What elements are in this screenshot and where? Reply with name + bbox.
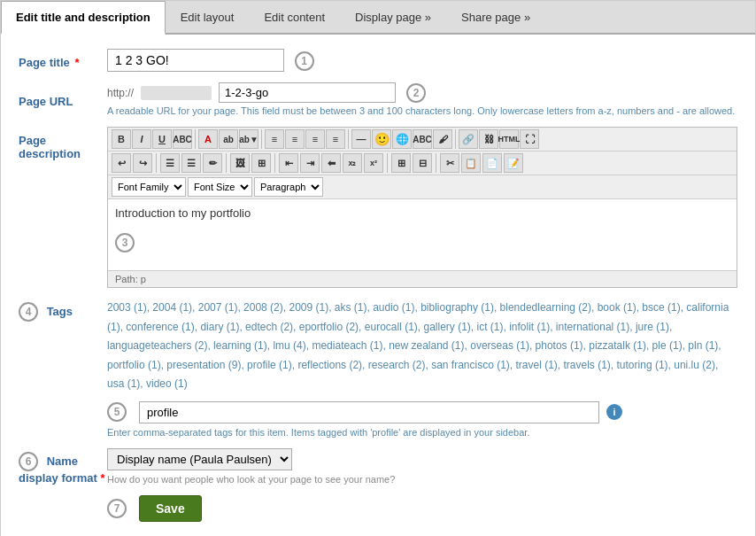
badge-tags-input: 5 bbox=[107, 402, 127, 422]
url-obscured-domain bbox=[141, 86, 212, 100]
rte-superscript[interactable]: x² bbox=[364, 153, 383, 173]
rte-edit[interactable]: ✏ bbox=[203, 153, 222, 173]
rte-indent-more[interactable]: ⇥ bbox=[300, 153, 320, 173]
tab-display-page[interactable]: Display page » bbox=[340, 1, 446, 33]
required-name: * bbox=[97, 471, 105, 485]
rte-strikethrough[interactable]: ABC bbox=[173, 129, 192, 149]
badge-title: 1 bbox=[295, 51, 314, 71]
rte-font-color[interactable]: A bbox=[198, 129, 218, 149]
rte-img-btn[interactable]: 🖼 bbox=[230, 153, 250, 173]
rte-hrule[interactable]: — bbox=[351, 129, 371, 149]
rte-sep3 bbox=[348, 129, 349, 149]
rte-unlink[interactable]: ⛓ bbox=[479, 129, 498, 149]
tab-edit-layout[interactable]: Edit layout bbox=[166, 1, 250, 33]
rte-toolbar-row1: B I U ABC A ab ab▼ ≡ ≡ ≡ ≡ — bbox=[108, 128, 737, 151]
rte-toolbar-row2: ↩ ↪ ☰ ☰ ✏ 🖼 ⊞ ⇤ ⇥ ⬅ x₂ x² bbox=[108, 151, 737, 175]
tab-share-page[interactable]: Share page » bbox=[446, 1, 545, 33]
rte-table2[interactable]: ⊞ bbox=[391, 153, 411, 173]
rte-subscript[interactable]: x₂ bbox=[343, 153, 362, 173]
rte-sep8 bbox=[387, 153, 388, 173]
save-field: 7 Save bbox=[107, 495, 737, 522]
name-display-label: 6 Name display format * bbox=[19, 448, 107, 485]
rte-justify[interactable]: ≡ bbox=[326, 129, 345, 149]
name-display-row: 6 Name display format * Display name (Pa… bbox=[19, 448, 737, 485]
badge-name: 6 bbox=[19, 452, 38, 471]
rte-outdent[interactable]: ⬅ bbox=[321, 153, 341, 173]
tags-label: 4 Tags bbox=[19, 299, 107, 322]
rte-sep7 bbox=[274, 153, 275, 173]
rte-copy[interactable]: 📋 bbox=[461, 153, 481, 173]
page-title-label: Page title * bbox=[19, 52, 107, 69]
rte-undo[interactable]: ↩ bbox=[112, 153, 131, 173]
rte-font-size-select[interactable]: Font Size bbox=[188, 177, 252, 197]
rte-ol[interactable]: ☰ bbox=[181, 153, 201, 173]
page-title-row: Page title * 1 bbox=[19, 49, 737, 72]
rte-italic[interactable]: I bbox=[132, 129, 151, 149]
page-url-label: Page URL bbox=[19, 91, 107, 108]
name-display-hint: How do you want people who look at your … bbox=[107, 474, 737, 485]
rte-align-left[interactable]: ≡ bbox=[265, 129, 284, 149]
name-display-field: Display name (Paula Paulsen) How do you … bbox=[107, 448, 737, 485]
save-label-spacer bbox=[19, 507, 107, 510]
rte-text: Introduction to my portfolio bbox=[115, 206, 251, 220]
rte-highlight[interactable]: ab bbox=[219, 129, 238, 149]
tab-edit-title[interactable]: Edit title and description bbox=[1, 1, 166, 35]
rte-paste2[interactable]: 📝 bbox=[504, 153, 523, 173]
page-title-input[interactable] bbox=[107, 49, 284, 72]
rte-highlight2[interactable]: ab▼ bbox=[239, 129, 258, 149]
rte-image[interactable]: 🌐 bbox=[392, 129, 412, 149]
tags-field: 2003 (1), 2004 (1), 2007 (1), 2008 (2), … bbox=[107, 299, 737, 438]
tags-input-row: 5 i bbox=[107, 401, 737, 423]
rte-paste[interactable]: 📄 bbox=[482, 153, 502, 173]
rte-html[interactable]: HTML bbox=[499, 129, 519, 149]
rte-align-center[interactable]: ≡ bbox=[285, 129, 305, 149]
badge-url: 2 bbox=[406, 83, 426, 103]
rte-table-btn[interactable]: ⊞ bbox=[251, 153, 271, 173]
rte-paragraph-select[interactable]: Paragraph bbox=[254, 177, 323, 197]
rte-underline[interactable]: U bbox=[152, 129, 172, 149]
page-url-field: http:// 2 A readable URL for your page. … bbox=[107, 82, 737, 116]
rte-fullscreen[interactable]: ⛶ bbox=[520, 129, 539, 149]
rte-spell[interactable]: ABC bbox=[413, 129, 432, 149]
rte-sep4 bbox=[455, 129, 456, 149]
rte-editor: B I U ABC A ab ab▼ ≡ ≡ ≡ ≡ — bbox=[107, 127, 737, 288]
rte-ul[interactable]: ☰ bbox=[160, 153, 180, 173]
rte-sep1 bbox=[195, 129, 196, 149]
rte-sep9 bbox=[436, 153, 436, 173]
badge-save: 7 bbox=[107, 499, 127, 518]
page-url-row: Page URL http:// 2 A readable URL for yo… bbox=[19, 82, 737, 116]
rte-path: Path: p bbox=[108, 270, 737, 287]
save-button[interactable]: Save bbox=[139, 495, 202, 522]
page-url-input[interactable] bbox=[219, 82, 396, 103]
page-description-row: Page description B I U ABC A ab ab▼ ≡ bbox=[19, 127, 737, 288]
tags-hint: Enter comma-separated tags for this item… bbox=[107, 427, 737, 438]
rte-toolbar-row3: Font Family Font Size Paragraph bbox=[108, 175, 737, 199]
name-display-select[interactable]: Display name (Paula Paulsen) bbox=[107, 448, 292, 470]
rte-align-right[interactable]: ≡ bbox=[305, 129, 325, 149]
rte-sep6 bbox=[226, 153, 227, 173]
page-title-field: 1 bbox=[107, 49, 737, 72]
rte-content-area[interactable]: Introduction to my portfolio 3 bbox=[108, 199, 737, 270]
page-url-hint: A readable URL for your page. This field… bbox=[107, 105, 737, 116]
rte-link[interactable]: 🔗 bbox=[459, 129, 478, 149]
rte-bold[interactable]: B bbox=[112, 129, 131, 149]
tab-bar: Edit title and description Edit layout E… bbox=[1, 1, 755, 35]
rte-emoji[interactable]: 🙂 bbox=[372, 129, 391, 149]
rte-cut[interactable]: ✂ bbox=[440, 153, 459, 173]
required-marker: * bbox=[72, 56, 80, 69]
tags-input[interactable] bbox=[139, 401, 599, 423]
rte-font-family-select[interactable]: Font Family bbox=[112, 177, 186, 197]
badge-tags: 4 bbox=[19, 302, 38, 322]
tags-cloud: 2003 (1), 2004 (1), 2007 (1), 2008 (2), … bbox=[107, 299, 737, 394]
tags-row: 4 Tags 2003 (1), 2004 (1), 2007 (1), 200… bbox=[19, 299, 737, 438]
rte-brush[interactable]: 🖌 bbox=[433, 129, 452, 149]
rte-indent-less[interactable]: ⇤ bbox=[279, 153, 298, 173]
save-row: 7 Save bbox=[19, 495, 737, 522]
rte-redo[interactable]: ↪ bbox=[133, 153, 152, 173]
info-icon[interactable]: i bbox=[606, 404, 622, 420]
url-prefix: http:// bbox=[107, 87, 134, 99]
badge-description: 3 bbox=[115, 233, 135, 252]
tab-edit-content[interactable]: Edit content bbox=[249, 1, 340, 33]
rte-table3[interactable]: ⊟ bbox=[413, 153, 432, 173]
rte-sep5 bbox=[156, 153, 157, 173]
